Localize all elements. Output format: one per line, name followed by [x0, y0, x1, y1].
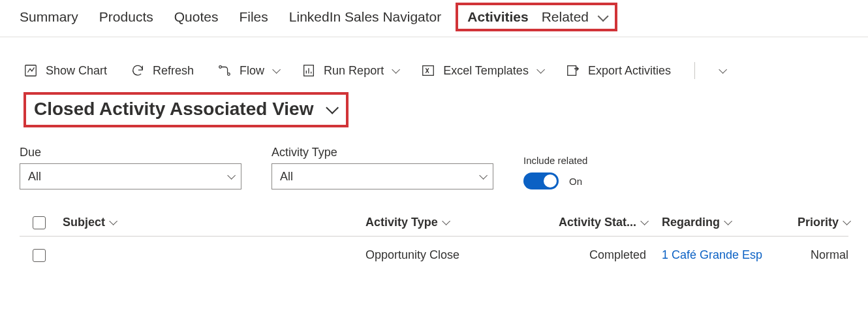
column-priority[interactable]: Priority — [770, 216, 848, 229]
column-regarding[interactable]: Regarding — [646, 216, 770, 229]
run-report-label: Run Report — [324, 64, 384, 78]
table-row[interactable]: Opportunity Close Completed 1 Café Grand… — [20, 237, 848, 269]
include-related-label: Include related — [523, 155, 587, 166]
chevron-down-icon — [326, 101, 339, 114]
overflow-commands-button[interactable] — [719, 68, 724, 74]
svg-rect-5 — [568, 66, 576, 76]
include-related-field: Include related On — [523, 155, 587, 189]
filter-row: Due All Activity Type All Include relate… — [0, 130, 868, 196]
report-icon — [302, 63, 316, 78]
column-subject-label: Subject — [63, 216, 105, 229]
tab-linkedin[interactable]: LinkedIn Sales Navigator — [289, 9, 441, 25]
chevron-down-icon — [442, 217, 450, 225]
due-field: Due All — [20, 146, 241, 189]
chart-icon — [23, 63, 38, 78]
export-activities-button[interactable]: Export Activities — [566, 63, 671, 78]
view-selector[interactable]: Closed Activity Associated View — [23, 92, 349, 127]
view-title-text: Closed Activity Associated View — [34, 99, 313, 120]
svg-point-1 — [219, 66, 222, 69]
command-divider — [694, 62, 695, 79]
chevron-down-icon — [719, 65, 727, 74]
excel-icon — [421, 63, 435, 78]
chevron-down-icon — [227, 171, 236, 180]
flow-button[interactable]: Flow — [217, 63, 278, 78]
tab-activities[interactable]: Activities — [467, 9, 528, 25]
cell-regarding-link[interactable]: 1 Café Grande Esp — [646, 248, 770, 262]
column-subject[interactable]: Subject — [59, 216, 365, 229]
column-priority-label: Priority — [798, 216, 839, 229]
svg-rect-0 — [25, 65, 37, 76]
refresh-button[interactable]: Refresh — [131, 63, 194, 78]
column-regarding-label: Regarding — [662, 216, 720, 229]
tab-files[interactable]: Files — [239, 9, 268, 25]
flow-label: Flow — [240, 64, 264, 78]
show-chart-button[interactable]: Show Chart — [23, 63, 107, 78]
chevron-down-icon — [598, 10, 609, 22]
show-chart-label: Show Chart — [46, 64, 107, 78]
flow-icon — [217, 63, 232, 78]
view-title-wrap: Closed Activity Associated View — [0, 86, 868, 130]
tab-highlight-box: Activities Related — [456, 3, 617, 31]
export-icon — [566, 63, 580, 78]
record-tabs: Summary Products Quotes Files LinkedIn S… — [0, 0, 868, 37]
cell-priority: Normal — [770, 248, 848, 262]
excel-templates-button[interactable]: Excel Templates — [421, 63, 542, 78]
svg-rect-4 — [423, 66, 434, 76]
column-activity-status[interactable]: Activity Stat... — [529, 216, 646, 229]
chevron-down-icon — [843, 217, 851, 225]
due-value: All — [28, 170, 41, 184]
svg-point-2 — [228, 73, 230, 76]
select-all-checkbox[interactable] — [33, 216, 46, 229]
run-report-button[interactable]: Run Report — [302, 63, 397, 78]
tab-related[interactable]: Related — [542, 9, 606, 25]
chevron-down-icon — [536, 65, 545, 74]
column-activity-type[interactable]: Activity Type — [365, 216, 529, 229]
toggle-knob — [544, 174, 557, 188]
include-related-toggle[interactable] — [523, 172, 559, 189]
tab-products[interactable]: Products — [99, 9, 153, 25]
due-select[interactable]: All — [20, 163, 241, 189]
column-activity-type-label: Activity Type — [365, 216, 438, 229]
grid-header: Subject Activity Type Activity Stat... R… — [20, 209, 848, 237]
activity-type-value: All — [280, 170, 293, 184]
refresh-icon — [131, 63, 145, 78]
activities-grid: Subject Activity Type Activity Stat... R… — [20, 209, 848, 269]
include-related-value: On — [569, 176, 582, 187]
excel-templates-label: Excel Templates — [443, 64, 529, 78]
activity-type-select[interactable]: All — [271, 163, 493, 189]
chevron-down-icon — [724, 217, 732, 225]
chevron-down-icon — [272, 65, 281, 74]
activity-type-field: Activity Type All — [271, 146, 493, 189]
tab-related-label: Related — [542, 9, 589, 24]
chevron-down-icon — [109, 217, 117, 225]
cell-activity-type: Opportunity Close — [365, 248, 529, 262]
cell-activity-status: Completed — [529, 248, 646, 262]
chevron-down-icon — [392, 65, 400, 74]
export-activities-label: Export Activities — [588, 64, 671, 78]
tab-summary[interactable]: Summary — [20, 9, 78, 25]
due-label: Due — [20, 146, 241, 159]
row-checkbox[interactable] — [33, 249, 46, 262]
command-bar: Show Chart Refresh Flow Run Report Excel… — [0, 49, 868, 86]
activity-type-label: Activity Type — [271, 146, 493, 159]
refresh-label: Refresh — [153, 64, 194, 78]
tab-quotes[interactable]: Quotes — [174, 9, 219, 25]
column-activity-status-label: Activity Stat... — [559, 216, 636, 229]
chevron-down-icon — [479, 171, 488, 180]
